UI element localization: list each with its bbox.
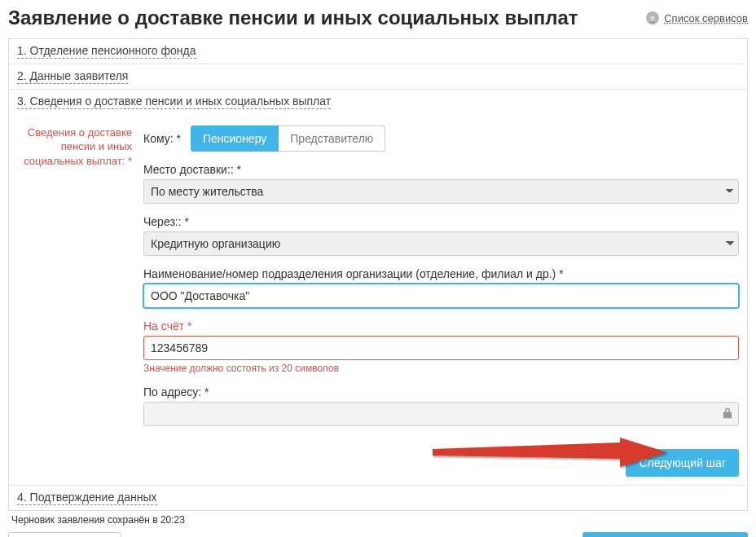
account-error-text: Значение должно состоять из 20 символов: [143, 363, 739, 374]
step-4-header[interactable]: 4. Подтверждение данных: [9, 485, 747, 510]
who-label: Кому: *: [143, 132, 181, 145]
service-list-link[interactable]: ≡ Список сервисов: [646, 11, 748, 24]
via-select[interactable]: Кредитную организацию: [143, 231, 739, 256]
who-representative-button[interactable]: Представителю: [279, 125, 385, 152]
lock-icon: [723, 407, 732, 420]
next-step-button[interactable]: Следующий шаг: [626, 449, 739, 477]
address-input: [143, 402, 739, 426]
list-icon: ≡: [646, 11, 659, 24]
step-3-body: Сведения о доставке пенсии и иных социал…: [9, 114, 747, 444]
org-label: Наименование/номер подразделения организ…: [143, 267, 739, 280]
step-1-title: 1. Отделение пенсионного фонда: [17, 44, 196, 59]
org-input[interactable]: [143, 284, 739, 308]
page-title: Заявление о доставке пенсии и иных социа…: [8, 7, 578, 30]
step-3-header[interactable]: 3. Сведения о доставке пенсии и иных соц…: [9, 89, 747, 114]
address-label: По адресу: *: [143, 385, 739, 398]
next-step-row: Следующий шаг: [9, 444, 747, 485]
draft-saved-note: Черновик заявления сохранён в 20:23: [11, 514, 748, 526]
wizard-panel: 1. Отделение пенсионного фонда 2. Данные…: [8, 38, 748, 511]
step-3-title: 3. Сведения о доставке пенсии и иных соц…: [17, 95, 331, 109]
step-2-title: 2. Данные заявителя: [17, 69, 128, 84]
section-side-label: Сведения о доставке пенсии и иных социал…: [17, 125, 143, 438]
step-4-title: 4. Подтверждение данных: [17, 491, 157, 505]
delivery-place-select[interactable]: По месту жительства: [143, 179, 739, 204]
via-label: Через:: *: [143, 215, 739, 228]
service-list-label: Список сервисов: [664, 12, 748, 24]
account-input[interactable]: [143, 336, 739, 360]
step-2-header[interactable]: 2. Данные заявителя: [9, 64, 747, 89]
who-pensioner-button[interactable]: Пенсионеру: [191, 125, 279, 152]
who-toggle-group: Пенсионеру Представителю: [191, 125, 385, 152]
delivery-place-label: Место доставки:: *: [143, 163, 739, 176]
step-1-header[interactable]: 1. Отделение пенсионного фонда: [9, 39, 747, 64]
account-label: На счёт *: [143, 319, 739, 332]
clear-form-button[interactable]: Очистить форму: [8, 532, 121, 537]
submit-button[interactable]: Сформировать заявление: [582, 532, 748, 537]
